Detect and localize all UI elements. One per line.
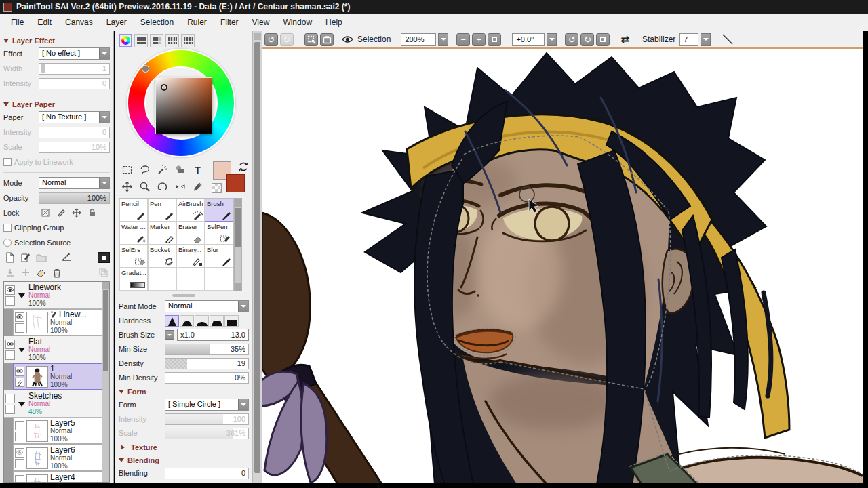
dropdown-arrow-icon[interactable] — [238, 301, 248, 312]
menu-canvas[interactable]: Canvas — [58, 15, 100, 30]
dropdown-arrow-icon[interactable] — [99, 178, 109, 188]
brush-pencil[interactable]: Pencil — [119, 199, 148, 222]
blending-slider[interactable]: 0 — [165, 468, 249, 479]
tab-rgb-sliders[interactable] — [134, 34, 148, 47]
layer-visibility-toggle[interactable] — [15, 475, 24, 483]
layer-visibility-toggle[interactable] — [15, 421, 24, 430]
ruler-button[interactable] — [60, 251, 73, 264]
hardness-3-button[interactable] — [195, 315, 209, 327]
layer-visibility-toggle[interactable] — [15, 448, 24, 458]
folder-expand-toggle[interactable] — [18, 348, 25, 356]
text-tool[interactable]: T — [189, 161, 206, 178]
rotate-reset-button[interactable] — [596, 33, 610, 46]
canvas[interactable] — [262, 47, 863, 483]
dropdown-arrow-icon[interactable] — [99, 48, 109, 59]
brush-grid-scrollbar[interactable] — [234, 198, 242, 291]
hardness-1-button[interactable] — [165, 315, 179, 327]
new-layer-button[interactable] — [3, 251, 16, 264]
menu-window[interactable]: Window — [276, 15, 319, 30]
stabilizer-dropdown-button[interactable] — [701, 33, 711, 46]
lasso-tool[interactable] — [136, 161, 153, 178]
hardness-2-button[interactable] — [180, 315, 194, 327]
min-size-slider[interactable]: 35% — [165, 344, 249, 355]
menu-view[interactable]: View — [245, 15, 277, 30]
invert-selection-button[interactable] — [320, 33, 334, 46]
layer-row-flat[interactable]: Flat Normal 100% — [4, 336, 102, 363]
effect-dropdown[interactable]: [ No effect ] — [39, 47, 110, 60]
pan-tool[interactable] — [119, 178, 136, 195]
scroll-up-button[interactable] — [254, 33, 261, 40]
layer-paper-header[interactable]: Layer Paper — [3, 98, 110, 110]
scroll-up-button[interactable] — [235, 199, 241, 207]
dropdown-arrow-icon[interactable] — [238, 399, 248, 410]
brush-blur[interactable]: Blur — [205, 245, 233, 268]
texture-section-header[interactable]: Texture — [119, 441, 249, 453]
tool-panel-scrollbar[interactable] — [252, 31, 262, 483]
redo-button[interactable]: ↻ — [280, 33, 294, 46]
selection-source-radio[interactable] — [3, 239, 12, 247]
stabilizer-value-box[interactable]: 7 — [679, 33, 698, 46]
transparent-color-button[interactable] — [212, 183, 222, 193]
panel-splitter-handle[interactable] — [172, 294, 195, 297]
combine-layer-button[interactable] — [19, 266, 32, 279]
form-section-header[interactable]: Form — [119, 386, 249, 397]
brush-brush-selected[interactable]: Brush — [205, 199, 233, 222]
new-folder-button[interactable] — [35, 251, 47, 264]
delete-layer-button[interactable] — [50, 266, 63, 279]
flip-horizontal-button[interactable]: ⇄ — [620, 33, 629, 45]
layer-list-scrollbar[interactable] — [102, 282, 109, 482]
lock-pixels-button[interactable] — [54, 207, 67, 219]
blend-mode-dropdown[interactable]: Normal — [39, 177, 110, 189]
hardness-4-button[interactable] — [210, 315, 224, 327]
opacity-slider[interactable]: 100% — [39, 192, 110, 204]
rotate-cw-button[interactable]: ↻ — [580, 33, 594, 46]
brush-airbrush[interactable]: AirBrush — [176, 199, 205, 222]
layer-row-sketches[interactable]: Sketches Normal 48% — [4, 390, 102, 418]
rect-select-tool[interactable] — [119, 161, 136, 178]
brush-empty-slot-2[interactable] — [176, 268, 205, 291]
zoom-dropdown-button[interactable] — [438, 33, 448, 46]
density-slider[interactable]: 19 — [165, 358, 249, 369]
rotate-canvas-tool[interactable] — [154, 178, 171, 195]
layer-extra-toggle[interactable] — [15, 323, 24, 333]
sv-marker[interactable] — [161, 84, 167, 91]
tab-swatches[interactable] — [181, 34, 195, 47]
lock-transparency-button[interactable] — [39, 207, 52, 219]
layer-visibility-toggle[interactable] — [15, 367, 24, 376]
layer-extra-toggle[interactable] — [5, 350, 15, 360]
layer-paint-indicator[interactable] — [15, 378, 24, 387]
color-wheel[interactable] — [119, 47, 248, 160]
duplicate-layer-button[interactable] — [97, 266, 110, 279]
brush-selpen[interactable]: SelPenS — [205, 222, 233, 245]
menu-layer[interactable]: Layer — [100, 15, 134, 30]
brush-size-unit-button[interactable] — [165, 330, 174, 340]
undo-button[interactable]: ↺ — [264, 33, 278, 46]
deselect-button[interactable] — [304, 33, 318, 46]
layer-effect-header[interactable]: Layer Effect — [3, 35, 110, 46]
layer-row-layer5[interactable]: Layer5 Normal 100% — [13, 418, 102, 445]
layer-row-linework[interactable]: Linework Normal 100% — [4, 282, 102, 309]
hardness-5-button[interactable] — [224, 315, 239, 327]
quick-mask-button[interactable] — [98, 252, 110, 263]
apply-to-linework-checkbox[interactable] — [3, 158, 12, 166]
blending-section-header[interactable]: Blending — [119, 454, 249, 466]
menu-help[interactable]: Help — [319, 15, 349, 30]
brush-selers[interactable]: SelErsS — [119, 245, 148, 268]
lock-all-button[interactable] — [85, 207, 98, 219]
scrollbar-thumb[interactable] — [254, 42, 260, 473]
eyedropper-tool[interactable] — [189, 178, 206, 195]
menu-file[interactable]: File — [4, 15, 31, 30]
zoom-reset-button[interactable] — [488, 33, 501, 46]
zoom-out-button[interactable]: − — [456, 33, 470, 46]
form-dropdown[interactable]: [ Simple Circle ] — [165, 399, 249, 411]
brush-size-field[interactable]: x1.0 13.0 — [177, 329, 249, 341]
layer-visibility-toggle[interactable] — [15, 312, 24, 322]
brush-marker[interactable]: Marker — [148, 222, 176, 245]
angle-value-box[interactable]: +0.0° — [512, 33, 545, 46]
swap-colors-icon[interactable] — [238, 161, 249, 175]
tab-hsv-sliders[interactable] — [150, 34, 163, 47]
new-linework-layer-button[interactable] — [19, 251, 32, 264]
layer-visibility-toggle[interactable] — [5, 285, 15, 295]
lock-position-button[interactable] — [70, 207, 83, 219]
dropdown-arrow-icon[interactable] — [99, 112, 109, 123]
